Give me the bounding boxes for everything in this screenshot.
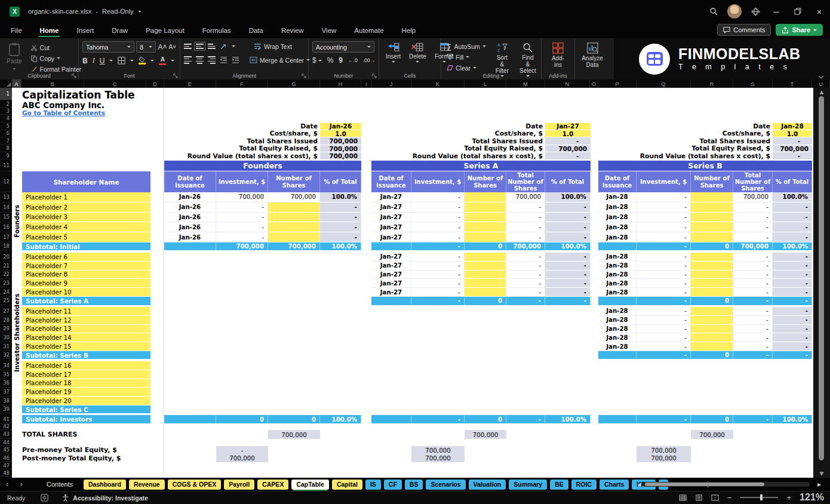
sheet-tab-dashboard[interactable]: Dashboard <box>84 480 126 490</box>
row-header-45[interactable]: 45 <box>0 446 12 454</box>
shareholder-name-cell[interactable]: Placeholder 1 <box>22 192 150 202</box>
row-header-7[interactable]: 7 <box>0 137 12 145</box>
row-header-15[interactable]: 15 <box>0 213 12 223</box>
table-cell[interactable]: Jan-28 <box>598 307 637 316</box>
table-cell[interactable] <box>465 222 506 232</box>
subtotal-cell[interactable]: 0 <box>465 297 506 305</box>
table-cell[interactable]: - <box>733 271 773 279</box>
subtotal-cell[interactable] <box>164 242 216 250</box>
table-cell[interactable]: - <box>773 202 812 213</box>
table-cell[interactable]: Jan-28 <box>598 325 637 334</box>
column-header-p[interactable]: P <box>598 79 637 88</box>
restore-button[interactable] <box>787 0 809 23</box>
investors-subtotal-cell[interactable] <box>598 415 637 423</box>
info-label-founders[interactable]: Round Value (total shares x cost), $ <box>155 152 318 159</box>
subtotal-cell[interactable]: - <box>411 297 465 305</box>
column-header-d[interactable]: D <box>146 79 164 88</box>
menu-tab-formulas[interactable]: Formulas <box>201 24 232 36</box>
column-header-cell[interactable]: Date of Issuance <box>598 171 637 192</box>
table-cell[interactable]: - <box>216 222 268 232</box>
shareholder-name-cell[interactable]: Placeholder 4 <box>22 222 150 232</box>
table-cell[interactable]: - <box>773 316 812 325</box>
sheet-tab-capital[interactable]: Capital <box>332 480 362 490</box>
column-header-i[interactable]: I <box>361 79 371 88</box>
table-cell[interactable]: - <box>733 262 773 271</box>
info-value-series-b[interactable]: Jan-28 <box>773 123 812 130</box>
table-cell[interactable] <box>268 202 320 213</box>
row-header-34[interactable]: 34 <box>0 361 12 370</box>
info-value-series-a[interactable]: - <box>545 137 591 144</box>
table-cell[interactable] <box>465 202 506 213</box>
investors-subtotal-cell[interactable] <box>371 415 411 423</box>
subtotal-cell[interactable]: 100.0% <box>545 242 591 250</box>
table-cell[interactable]: Jan-27 <box>371 271 411 279</box>
table-cell[interactable]: - <box>506 202 545 213</box>
table-cell[interactable] <box>465 253 506 262</box>
table-cell[interactable]: - <box>637 222 691 232</box>
font-name-select[interactable]: Tahoma <box>82 41 134 53</box>
column-header-n[interactable]: N <box>545 79 590 88</box>
search-icon[interactable] <box>703 0 724 23</box>
table-cell[interactable]: - <box>411 232 465 242</box>
row-header-36[interactable]: 36 <box>0 379 12 388</box>
zoom-slider[interactable] <box>740 497 778 498</box>
table-cell[interactable] <box>691 222 733 232</box>
menu-tab-file[interactable]: File <box>10 24 23 36</box>
align-middle-icon[interactable] <box>196 44 204 49</box>
info-value-founders[interactable]: 700,000 <box>320 152 361 159</box>
column-header-m[interactable]: M <box>506 79 545 88</box>
decrease-decimal-button[interactable]: .00→ <box>363 57 375 63</box>
column-header-cell[interactable]: Date of Issuance <box>371 171 411 192</box>
table-cell[interactable]: - <box>773 333 812 342</box>
investors-subtotal-cell[interactable]: 0 <box>268 415 320 423</box>
table-cell[interactable]: Jan-28 <box>598 253 637 262</box>
table-cell[interactable]: - <box>506 279 545 288</box>
table-cell[interactable]: - <box>637 288 691 297</box>
info-label-series-b[interactable]: Cost/share, $ <box>589 130 770 137</box>
table-cell[interactable]: - <box>320 213 361 223</box>
autosum-button[interactable]: ∑AutoSum <box>445 41 488 51</box>
column-header-e[interactable]: E <box>164 79 216 88</box>
sheet-tab-contents[interactable]: Contents <box>42 480 78 490</box>
table-cell[interactable]: - <box>320 222 361 232</box>
column-header-cell[interactable]: Total Number of Shares <box>733 171 773 192</box>
italic-button[interactable]: I <box>93 56 95 65</box>
info-value-founders[interactable]: 700,000 <box>320 145 361 152</box>
total-shares-value-series-a[interactable]: 700,000 <box>465 430 506 439</box>
sheet-nav-back-icon[interactable]: ‹ <box>0 480 14 488</box>
sheet-nav-forward-icon[interactable]: › <box>14 480 29 488</box>
comments-button[interactable]: Comments <box>717 24 771 36</box>
section-banner-series-b[interactable]: Series B <box>598 161 812 171</box>
column-header-r[interactable]: R <box>691 79 733 88</box>
table-cell[interactable]: Jan-27 <box>371 288 411 297</box>
bold-button[interactable]: B <box>82 57 88 65</box>
table-cell[interactable]: - <box>773 288 812 297</box>
table-cell[interactable]: Jan-27 <box>371 192 411 202</box>
table-cell[interactable]: - <box>216 232 268 242</box>
subtotal-cell[interactable]: - <box>733 297 773 305</box>
column-header-k[interactable]: K <box>411 79 465 88</box>
row-header-1[interactable]: 1 <box>0 88 12 100</box>
align-center-icon[interactable] <box>196 56 204 64</box>
table-cell[interactable] <box>691 271 733 279</box>
table-cell[interactable]: - <box>637 192 691 202</box>
table-cell[interactable]: - <box>637 316 691 325</box>
shareholder-name-cell[interactable]: Placeholder 2 <box>22 202 150 213</box>
horizontal-scrollbar[interactable] <box>643 482 810 487</box>
table-cell[interactable]: Jan-28 <box>598 271 637 279</box>
shareholder-name-cell[interactable]: Placeholder 14 <box>22 333 150 342</box>
sheet-tab-scenarios[interactable]: Scenarios <box>426 480 465 490</box>
increase-decimal-button[interactable]: ←.0 <box>348 57 358 63</box>
table-cell[interactable]: - <box>411 202 465 213</box>
info-value-series-a[interactable]: Jan-27 <box>545 123 591 130</box>
table-cell[interactable]: Jan-28 <box>598 232 637 242</box>
subtotal-cell[interactable] <box>371 297 411 305</box>
info-label-series-a[interactable]: Round Value (total shares x cost), $ <box>362 152 543 159</box>
info-value-founders[interactable]: 700,000 <box>320 137 361 144</box>
table-cell[interactable]: - <box>637 202 691 213</box>
subtotal-cell[interactable]: - <box>545 297 591 305</box>
side-label-founders[interactable]: Founders <box>12 192 21 250</box>
sheet-tab-roic[interactable]: ROIC <box>571 480 597 490</box>
subtotal-cell[interactable]: - <box>637 297 691 305</box>
row-header-17[interactable]: 17 <box>0 232 12 242</box>
